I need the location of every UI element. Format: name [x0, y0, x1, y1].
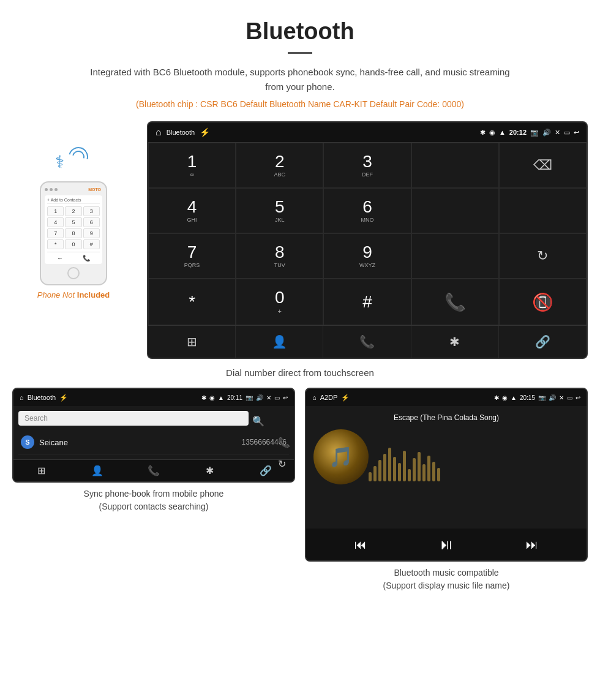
phone-top-bar: MOTO — [45, 187, 102, 192]
phone-dot — [45, 188, 48, 191]
prev-track-icon[interactable]: ⏮ — [354, 538, 367, 552]
phone-call-side-icon[interactable]: 📞 — [278, 437, 290, 448]
phone-key: 4 — [47, 217, 64, 227]
close-icon: ✕ — [555, 129, 560, 137]
phonebook-side-actions: 📞 ↻ — [278, 406, 290, 470]
viz-bar — [398, 463, 401, 481]
viz-bar — [437, 468, 440, 481]
music-layout: 🎵 — [313, 429, 579, 484]
ms-status-right: ✱ ◉ ▲ 20:15 📷 🔊 ✕ ▭ ↩ — [494, 394, 580, 401]
dial-empty — [411, 233, 499, 279]
pb-win: ▭ — [274, 394, 280, 401]
dial-backspace[interactable]: ⌫ — [499, 143, 587, 188]
dial-call-green[interactable]: 📞 — [411, 279, 499, 325]
dial-key-8[interactable]: 8 TUV — [236, 233, 323, 279]
dial-refresh[interactable]: ↻ — [499, 233, 587, 279]
contacts-icon: 👤 — [272, 334, 287, 349]
dial-key-2[interactable]: 2 ABC — [236, 143, 323, 188]
dial-key-6[interactable]: 6 MNO — [323, 188, 411, 233]
phone-keypad: 1 2 3 4 5 6 7 8 9 * 0 # — [47, 206, 100, 249]
pb-close: ✕ — [266, 394, 271, 401]
dial-letters: GHI — [187, 217, 197, 223]
music-controls: ⏮ ⏯ ⏭ — [306, 529, 587, 560]
viz-bar — [403, 451, 406, 481]
music-viz — [369, 445, 440, 481]
signal-icon: ▲ — [499, 129, 506, 136]
album-art: 🎵 — [313, 429, 369, 484]
toolbar-bt-icon[interactable]: ✱ — [411, 326, 499, 358]
pb-home-icon: ⌂ — [20, 394, 24, 401]
phone-key: * — [47, 239, 64, 249]
dial-key-0[interactable]: 0 + — [236, 279, 323, 325]
dial-letters: ∞ — [190, 171, 193, 178]
contact-row[interactable]: S Seicane 13566664466 — [18, 431, 289, 454]
viz-bar — [388, 448, 391, 481]
music-content: Escape (The Pina Colada Song) 🎵 — [306, 406, 587, 529]
pb-bt-icon: ✱ — [201, 394, 206, 401]
toolbar-link[interactable]: 🔗 — [499, 326, 587, 358]
play-pause-icon[interactable]: ⏯ — [439, 536, 454, 553]
tb-dialpad[interactable]: ⊞ — [13, 465, 70, 476]
phone-mock: MOTO + Add to Contacts 1 2 3 4 5 6 7 8 9 — [40, 181, 107, 285]
tb-contacts[interactable]: 👤 — [70, 465, 126, 476]
link-icon: 🔗 — [535, 334, 550, 349]
dial-key-9[interactable]: 9 WXYZ — [323, 233, 411, 279]
dial-number: 8 — [275, 244, 285, 261]
phone-not-text: Phone Not — [37, 290, 77, 299]
next-track-icon[interactable]: ⏭ — [526, 538, 538, 552]
phone-key: 6 — [83, 217, 100, 227]
dial-number: * — [189, 293, 195, 310]
phone-back-icon: ← — [57, 255, 63, 262]
dial-number: 9 — [362, 244, 372, 261]
tb-bt[interactable]: ✱ — [182, 465, 238, 476]
dial-key-1[interactable]: 1 ∞ — [148, 143, 236, 188]
pb-cam: 📷 — [246, 394, 253, 401]
location-icon: ◉ — [489, 129, 495, 137]
phone-key: 9 — [83, 228, 100, 238]
pb-loc-icon: ◉ — [209, 394, 215, 401]
toolbar-contacts[interactable]: 👤 — [236, 326, 323, 358]
pb-time: 20:11 — [227, 394, 242, 401]
backspace-icon: ⌫ — [533, 157, 552, 173]
dial-call-red[interactable]: 📵 — [499, 279, 587, 325]
tb-calls-icon: 📞 — [148, 465, 160, 476]
viz-bar — [427, 456, 430, 481]
contact-initial: S — [21, 435, 34, 449]
phone-container: ⚕ MOTO + Add to Contacts 1 — [12, 146, 135, 299]
toolbar-calls[interactable]: 📞 — [323, 326, 411, 358]
pb-vol: 🔊 — [256, 394, 263, 401]
dial-empty — [499, 188, 587, 233]
phone-screen-title: + Add to Contacts — [47, 198, 100, 204]
toolbar-dialpad[interactable]: ⊞ — [148, 326, 236, 358]
page-header: Bluetooth Integrated with BC6 Bluetooth … — [0, 0, 600, 115]
dial-key-7[interactable]: 7 PQRS — [148, 233, 236, 279]
bluetooth-specs: (Bluetooth chip : CSR BC6 Default Blueto… — [24, 99, 576, 109]
dial-key-star[interactable]: * — [148, 279, 236, 325]
pb-status-left: ⌂ Bluetooth ⚡ — [20, 394, 68, 402]
viz-bar — [378, 460, 381, 481]
pb-back: ↩ — [283, 394, 288, 401]
dial-number: # — [362, 293, 372, 310]
music-block: ⌂ A2DP ⚡ ✱ ◉ ▲ 20:15 📷 🔊 ✕ ▭ ↩ — [305, 388, 588, 592]
dial-key-hash[interactable]: # — [323, 279, 411, 325]
viz-bar — [432, 462, 435, 481]
dial-key-3[interactable]: 3 DEF — [323, 143, 411, 188]
refresh-side-icon[interactable]: ↻ — [278, 458, 290, 470]
ms-usb-icon: ⚡ — [341, 394, 350, 402]
music-screen: ⌂ A2DP ⚡ ✱ ◉ ▲ 20:15 📷 🔊 ✕ ▭ ↩ — [305, 388, 588, 562]
back-icon: ↩ — [574, 129, 579, 137]
tb-calls[interactable]: 📞 — [126, 465, 182, 476]
phonebook-toolbar: ⊞ 👤 📞 ✱ 🔗 — [13, 459, 294, 481]
dial-key-5[interactable]: 5 JKL — [236, 188, 323, 233]
search-bar[interactable]: Search — [18, 411, 249, 426]
phone-key: # — [83, 239, 100, 249]
search-icon[interactable]: 🔍 — [252, 415, 264, 427]
dial-key-4[interactable]: 4 GHI — [148, 188, 236, 233]
phone-key: 8 — [65, 228, 81, 238]
tb-dialpad-icon: ⊞ — [37, 465, 45, 476]
viz-bar — [408, 469, 411, 481]
dialpad-status-bar: ⌂ Bluetooth ⚡ ✱ ◉ ▲ 20:12 📷 🔊 ✕ ▭ — [148, 122, 587, 142]
ms-home-icon: ⌂ — [312, 394, 317, 401]
ms-signal: ▲ — [511, 394, 517, 401]
dial-empty — [411, 188, 499, 233]
